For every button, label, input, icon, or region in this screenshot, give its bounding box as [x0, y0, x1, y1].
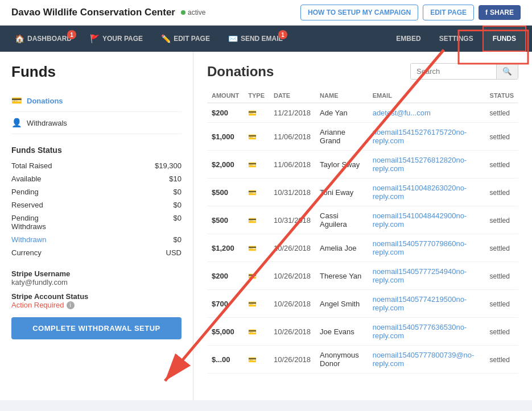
pending-label: Pending — [11, 188, 39, 196]
cell-status: settled — [485, 178, 518, 206]
complete-withdrawal-button[interactable]: COMPLETE WITHDRAWAL SETUP — [11, 317, 182, 339]
cell-date: 10/31/2018 — [269, 206, 315, 234]
cell-email: noemail15405777636530no-reply.com — [368, 318, 485, 346]
stripe-status-label: Stripe Account Status — [11, 292, 182, 301]
card-icon: 💳 — [248, 244, 257, 252]
facebook-icon: f — [485, 9, 488, 16]
cell-date: 11/21/2018 — [269, 103, 315, 123]
nav-funds[interactable]: FUNDS — [482, 26, 526, 52]
stripe-username-label: Stripe Username — [11, 269, 182, 278]
donations-table: AMOUNT TYPE DATE NAME EMAIL STATUS $200 … — [207, 89, 518, 373]
info-icon: i — [67, 301, 75, 309]
cell-email: noemail15405777254940no-reply.com — [368, 262, 485, 290]
cell-status: settled — [485, 346, 518, 373]
cell-status: settled — [485, 318, 518, 346]
site-title: Davao Wildlife Conservation Center — [11, 7, 175, 18]
nav-edit-page-label: EDIT PAGE — [174, 35, 210, 43]
cell-name: Amelia Joe — [315, 234, 368, 262]
cell-name: Ade Yan — [315, 103, 368, 123]
cell-status: settled — [485, 151, 518, 178]
fund-row-reserved: Reserved $0 — [11, 198, 182, 211]
active-badge: active — [181, 9, 205, 16]
cell-amount: $200 — [207, 103, 244, 123]
stripe-username-value: katy@fundly.com — [11, 278, 182, 287]
col-type: TYPE — [244, 89, 269, 103]
cell-date: 10/26/2018 — [269, 262, 315, 290]
edit-page-button[interactable]: EDIT PAGE — [423, 5, 474, 20]
card-icon: 💳 — [248, 328, 257, 336]
cell-amount: $1,000 — [207, 123, 244, 151]
nav-settings[interactable]: SETTINGS — [430, 26, 482, 52]
cell-date: 10/26/2018 — [269, 234, 315, 262]
status-badge: settled — [490, 356, 510, 364]
content-area: Donations 🔍 AMOUNT TYPE DATE NAME EMAIL — [193, 52, 532, 400]
top-bar: Davao Wildlife Conservation Center activ… — [0, 0, 532, 26]
cell-amount: $2,000 — [207, 151, 244, 178]
search-button[interactable]: 🔍 — [496, 64, 518, 79]
donations-tbody: $200 💳 11/21/2018 Ade Yan adetest@fu...c… — [207, 103, 518, 373]
table-row: $2,000 💳 11/06/2018 Taylor Sway noemail1… — [207, 151, 518, 178]
cell-email: noemail15405774219500no-reply.com — [368, 290, 485, 318]
nav-embed-label: EMBED — [396, 35, 420, 43]
cell-date: 11/06/2018 — [269, 123, 315, 151]
cell-name: Taylor Sway — [315, 151, 368, 178]
setup-campaign-button[interactable]: HOW TO SETUP MY CAMPAIGN — [300, 5, 418, 20]
table-row: $500 💳 10/31/2018 Toni Eway noemail15410… — [207, 178, 518, 206]
share-button[interactable]: f SHARE — [479, 5, 521, 20]
cell-status: settled — [485, 290, 518, 318]
email-badge: 1 — [278, 30, 287, 39]
table-row: $1,000 💳 11/06/2018 Arianne Grand noemai… — [207, 123, 518, 151]
nav-your-page-label: YOUR PAGE — [102, 35, 143, 43]
nav-dashboard-label: DASHBOARD — [27, 35, 72, 43]
sidebar-item-withdrawals[interactable]: 👤 Withdrawals — [11, 112, 182, 134]
sidebar-title: Funds — [11, 63, 182, 81]
table-row: $200 💳 10/26/2018 Therese Yan noemail154… — [207, 262, 518, 290]
status-badge: settled — [490, 109, 510, 117]
card-icon: 💳 — [248, 356, 257, 364]
fund-row-total: Total Raised $19,300 — [11, 159, 182, 172]
cell-type: 💳 — [244, 178, 269, 206]
cell-name: Therese Yan — [315, 262, 368, 290]
nav-send-email-label: SEND EMAIL — [241, 35, 283, 43]
withdrawals-icon: 👤 — [11, 118, 22, 128]
col-name: NAME — [315, 89, 368, 103]
card-icon: 💳 — [248, 189, 257, 197]
card-icon: 💳 — [248, 217, 257, 225]
withdrawn-label: Withdrawn — [11, 235, 46, 244]
total-raised-value: $19,300 — [155, 161, 182, 170]
search-input[interactable] — [411, 64, 496, 79]
cell-status: settled — [485, 262, 518, 290]
card-icon: 💳 — [248, 133, 257, 141]
cell-name: Toni Eway — [315, 178, 368, 206]
status-badge: settled — [490, 328, 510, 336]
col-amount: AMOUNT — [207, 89, 244, 103]
status-badge: settled — [490, 300, 510, 308]
sidebar: Funds 💳 Donations 👤 Withdrawals Funds St… — [0, 52, 193, 400]
available-value: $10 — [169, 175, 182, 183]
cell-email: noemail15410048263020no-reply.com — [368, 178, 485, 206]
stripe-section: Stripe Username katy@fundly.com Stripe A… — [11, 269, 182, 339]
cell-amount: $700 — [207, 290, 244, 318]
fund-row-withdrawn: Withdrawn $0 — [11, 233, 182, 246]
nav-embed[interactable]: EMBED — [387, 26, 430, 52]
home-icon: 🏠 — [15, 34, 24, 43]
pending-withdraws-value: $0 — [174, 214, 182, 231]
status-badge: settled — [490, 189, 510, 197]
table-row: $200 💳 11/21/2018 Ade Yan adetest@fu...c… — [207, 103, 518, 123]
cell-amount: $1,200 — [207, 234, 244, 262]
cell-email: noemail15405777079860no-reply.com — [368, 234, 485, 262]
top-bar-right: HOW TO SETUP MY CAMPAIGN EDIT PAGE f SHA… — [300, 5, 521, 20]
donations-icon: 💳 — [11, 96, 22, 106]
reserved-value: $0 — [174, 201, 182, 209]
nav-edit-page[interactable]: ✏️ EDIT PAGE — [152, 26, 219, 52]
nav-dashboard[interactable]: 🏠 DASHBOARD 1 — [6, 26, 81, 52]
cell-amount: $5,000 — [207, 318, 244, 346]
table-row: $...00 💳 10/26/2018 Anonymous Donor noem… — [207, 346, 518, 373]
nav-send-email[interactable]: ✉️ SEND EMAIL 1 — [219, 26, 292, 52]
active-label: active — [188, 9, 205, 16]
nav-your-page[interactable]: 🚩 YOUR PAGE — [81, 26, 152, 52]
cell-name: Arianne Grand — [315, 123, 368, 151]
withdrawn-value: $0 — [174, 235, 182, 244]
sidebar-item-donations[interactable]: 💳 Donations — [11, 90, 182, 112]
cell-date: 11/06/2018 — [269, 151, 315, 178]
